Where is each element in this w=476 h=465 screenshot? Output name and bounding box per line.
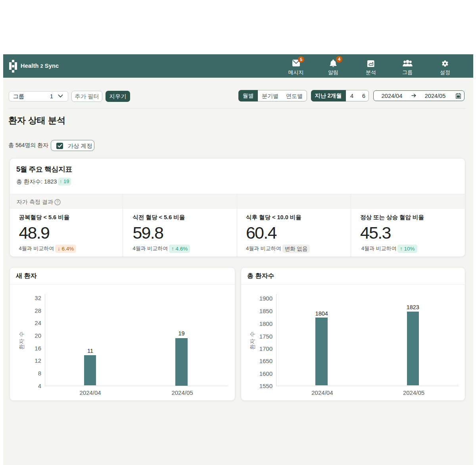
svg-text:?: ? (56, 200, 59, 205)
